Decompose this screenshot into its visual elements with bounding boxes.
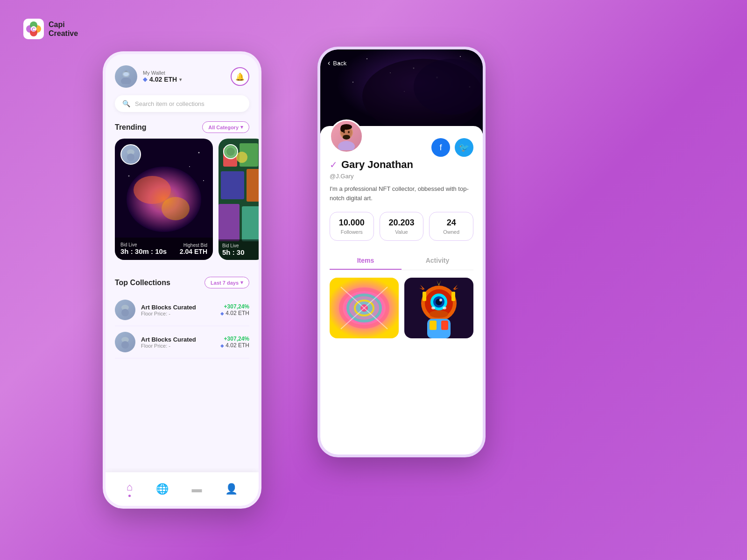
profile-icon: 👤 (225, 483, 238, 495)
collection-avatar-1 (115, 300, 135, 320)
value-label: Value (385, 229, 419, 235)
card1-highest-label: Highest Bid (180, 243, 207, 248)
category-filter-button[interactable]: All Category ▾ (202, 121, 249, 133)
search-icon: 🔍 (122, 100, 130, 107)
card2-timer: 5h : 30 (222, 248, 259, 256)
svg-rect-28 (218, 204, 240, 241)
collection-item-2[interactable]: Art Blocks Curated Floor Price: - +307,2… (115, 326, 249, 358)
back-label: Back (333, 60, 346, 67)
category-filter-label: All Category (208, 125, 239, 130)
bottom-navigation: ⌂ 🌐 ▬ 👤 (106, 472, 259, 506)
nft-grid (320, 278, 483, 338)
stat-followers: 10.000 Followers (330, 212, 374, 241)
svg-point-45 (352, 82, 353, 83)
svg-point-17 (198, 152, 200, 154)
collection-floor-1: Floor Price: - (141, 311, 215, 316)
collection-item[interactable]: Art Blocks Curated Floor Price: - +307,2… (115, 294, 249, 326)
category-chevron-icon: ▾ (240, 124, 243, 130)
back-chevron-icon: ‹ (328, 59, 330, 67)
wallet-amount-value: 4.02 ETH (149, 76, 177, 83)
wallet-label: My Wallet (143, 70, 182, 76)
collection-stats-2: +307,24% ◆ 4.02 ETH (220, 336, 249, 349)
twitter-button[interactable]: 🐦 (455, 138, 473, 157)
nft-item-1[interactable] (330, 278, 399, 338)
trending-section-header: Trending All Category ▾ (106, 121, 259, 139)
owned-value: 24 (434, 218, 468, 228)
trending-card-2[interactable]: Bid Live 5h : 30 (218, 139, 259, 260)
svg-point-75 (431, 307, 435, 309)
search-input[interactable]: Search item or collections (135, 100, 204, 107)
search-bar[interactable]: 🔍 Search item or collections (115, 95, 249, 112)
social-icons: f 🐦 (431, 138, 473, 157)
trending-card-1[interactable]: Bid Live 3h : 30m : 10s Highest Bid 2.04… (115, 139, 213, 260)
svg-point-22 (127, 154, 134, 161)
svg-point-14 (134, 176, 171, 204)
svg-point-8 (121, 77, 131, 84)
nft-item-2[interactable] (404, 278, 473, 338)
user-avatar[interactable] (115, 65, 137, 88)
collections-header: Top Collections Last 7 days ▾ (115, 269, 249, 294)
wallet-chevron-icon[interactable]: ▾ (179, 77, 182, 82)
stat-owned: 24 Owned (429, 212, 473, 241)
nav-wallet[interactable]: ▬ (191, 483, 202, 495)
collections-filter-label: Last 7 days (211, 280, 239, 286)
logo-name-line2: Creative (49, 29, 78, 38)
right-phone: ‹ Back (317, 47, 486, 457)
profile-name-row: ✓ Gary Jonathan (330, 159, 473, 171)
left-phone-inner: My Wallet ◆ 4.02 ETH ▾ 🔔 🔍 Search item o… (106, 54, 259, 506)
profile-avatar (330, 119, 363, 153)
stat-value: 20.203 Value (380, 212, 424, 241)
svg-point-11 (123, 72, 129, 76)
profile-name: Gary Jonathan (341, 159, 413, 171)
collection-info-2: Art Blocks Curated Floor Price: - (141, 336, 215, 349)
card2-avatar (223, 144, 238, 159)
notification-button[interactable]: 🔔 (231, 67, 249, 86)
svg-point-52 (348, 131, 350, 133)
svg-point-34 (121, 309, 129, 316)
nav-home[interactable]: ⌂ (127, 481, 133, 497)
svg-point-19 (128, 175, 130, 177)
collection-name-1: Art Blocks Curated (141, 304, 215, 311)
svg-point-41 (460, 56, 461, 57)
tab-items[interactable]: Items (330, 252, 402, 270)
svg-point-32 (226, 147, 235, 156)
collection-name-2: Art Blocks Curated (141, 336, 215, 343)
owned-label: Owned (434, 229, 468, 235)
card1-avatar (120, 144, 141, 165)
svg-point-76 (443, 307, 446, 309)
profile-bio: I'm a professional NFT collector, obbess… (330, 184, 473, 203)
collection-eth-1: ◆ 4.02 ETH (220, 310, 249, 316)
svg-point-56 (338, 141, 355, 150)
svg-rect-26 (221, 171, 244, 199)
back-button[interactable]: ‹ Back (328, 59, 346, 67)
verified-badge-icon: ✓ (330, 159, 338, 170)
twitter-icon: 🐦 (459, 142, 469, 153)
svg-rect-29 (242, 206, 259, 241)
globe-icon: 🌐 (156, 483, 169, 495)
followers-value: 10.000 (335, 218, 369, 228)
right-phone-inner: ‹ Back (320, 49, 483, 455)
collection-avatar-2 (115, 332, 135, 352)
card1-timer: 3h : 30m : 10s (120, 247, 167, 255)
collection-info-1: Art Blocks Curated Floor Price: - (141, 304, 215, 316)
tab-activity[interactable]: Activity (402, 252, 473, 270)
trending-scroll: Bid Live 3h : 30m : 10s Highest Bid 2.04… (106, 139, 259, 260)
collections-title: Top Collections (115, 279, 170, 287)
profile-handle: @J.Gary (330, 173, 473, 180)
profile-content: ✓ Gary Jonathan @J.Gary I'm a profession… (320, 149, 483, 270)
stats-row: 10.000 Followers 20.203 Value 24 Owned (330, 212, 473, 241)
nav-explore[interactable]: 🌐 (156, 483, 169, 495)
facebook-button[interactable]: f (431, 138, 450, 157)
svg-point-18 (189, 166, 190, 167)
card1-highest-value: 2.04 ETH (180, 248, 207, 255)
svg-point-53 (343, 135, 350, 140)
svg-point-20 (203, 180, 204, 181)
eth-symbol-2: ◆ (220, 343, 224, 348)
nav-profile[interactable]: 👤 (225, 483, 238, 495)
svg-rect-74 (441, 321, 448, 330)
trending-title: Trending (115, 123, 147, 132)
wallet-amount: ◆ 4.02 ETH ▾ (143, 76, 182, 83)
collections-filter-button[interactable]: Last 7 days ▾ (204, 277, 249, 288)
wallet-info: My Wallet ◆ 4.02 ETH ▾ (143, 70, 182, 83)
card1-info: Bid Live 3h : 30m : 10s Highest Bid 2.04… (115, 238, 213, 260)
